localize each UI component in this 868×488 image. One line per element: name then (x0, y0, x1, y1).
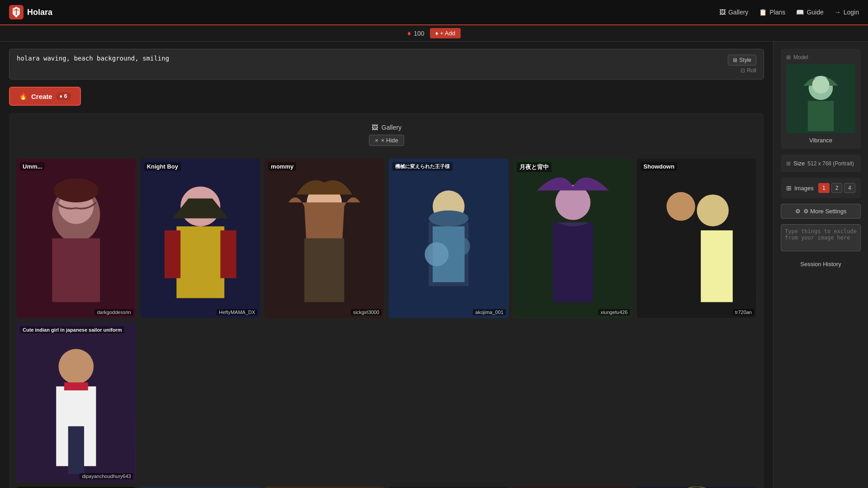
add-credits-icon: ♦ (435, 30, 439, 37)
hide-icon: × (375, 137, 378, 144)
gallery-item-user: xiungetu426 (598, 309, 630, 315)
svg-point-25 (697, 194, 729, 226)
svg-rect-10 (220, 230, 236, 278)
model-icon: ⊞ (786, 54, 791, 61)
size-value: 512 x 768 (Portrait) (807, 160, 854, 167)
images-option-4[interactable]: 4 (844, 183, 855, 193)
gallery-title: Gallery (382, 124, 401, 131)
login-nav-icon: → (835, 9, 841, 16)
svg-rect-8 (176, 226, 224, 298)
prompt-area: holara waving, beach background, smiling… (9, 49, 764, 80)
roll-icon: ⊡ (741, 67, 745, 74)
images-label: Images (794, 185, 816, 192)
more-settings-button[interactable]: ⚙ ⚙ More Settings (781, 204, 861, 219)
svg-point-24 (667, 192, 696, 221)
model-thumbnail[interactable] (786, 64, 855, 133)
gallery-item[interactable]: Umm... darkgoddessrin (16, 159, 136, 318)
gallery-item-title: 機械に変えられた王子様 (392, 162, 453, 171)
gallery-item-user: sickgirl3000 (351, 309, 382, 315)
svg-point-18 (425, 242, 448, 266)
right-sidebar: ⊞ Model Vibrance ⊞ Size 512 x 768 (Portr… (773, 42, 868, 488)
svg-rect-3 (52, 238, 100, 302)
style-button[interactable]: ⊞ Style (728, 55, 756, 66)
app-logo[interactable]: Holara (9, 5, 52, 19)
cost-diamond-icon: ♦ (60, 93, 62, 99)
size-label: Size (793, 160, 805, 167)
model-name: Vibrance (786, 137, 855, 144)
svg-rect-22 (553, 222, 593, 302)
create-icon: 🔥 (19, 92, 28, 100)
gallery-icon: 🖼 (372, 124, 378, 131)
prompt-input[interactable]: holara waving, beach background, smiling (17, 55, 722, 66)
images-section: ⊞ Images 1 2 4 (781, 178, 861, 198)
negative-prompt-section (781, 224, 861, 253)
gallery-item[interactable]: Knight Boy HeftyMAMA_DX (141, 159, 260, 318)
center-area: holara waving, beach background, smiling… (0, 42, 773, 488)
gallery-item[interactable]: Cute indian girl in japanese sailor unif… (16, 323, 136, 482)
gallery-item-user: HeftyMAMA_DX (217, 309, 257, 315)
gallery-item-user: darkgoddessrin (94, 309, 133, 315)
size-section: ⊞ Size 512 x 768 (Portrait) (781, 155, 861, 172)
add-credits-button[interactable]: ♦ + Add (430, 28, 461, 38)
gallery-item-title: mommy (268, 162, 296, 171)
svg-rect-13 (305, 238, 344, 302)
gallery-item[interactable]: 機械に変えられた王子様 akojima_001 (389, 159, 509, 318)
credits-display: ♦ 100 (407, 29, 425, 38)
gallery-item-title: Knight Boy (144, 162, 181, 171)
gallery-item-title: Cute indian girl in japanese sailor unif… (20, 326, 124, 333)
gallery-item-user: akojima_001 (473, 309, 505, 315)
roll-button[interactable]: ⊡ Roll (741, 67, 756, 74)
style-icon: ⊞ (733, 57, 737, 63)
svg-point-17 (429, 211, 468, 226)
main-layout: holara waving, beach background, smiling… (0, 42, 868, 488)
svg-rect-26 (665, 226, 693, 298)
svg-rect-23 (637, 159, 757, 318)
svg-point-5 (54, 178, 99, 202)
topbar-nav: 🖼 Gallery 📋 Plans 📖 Guide → Login (719, 9, 859, 16)
credits-amount: 100 (414, 30, 424, 37)
diamond-icon: ♦ (407, 29, 411, 38)
images-options: 1 2 4 (818, 183, 855, 193)
svg-rect-27 (701, 230, 733, 302)
images-icon: ⊞ (786, 184, 792, 192)
svg-rect-32 (68, 426, 84, 474)
credits-bar: ♦ 100 ♦ + Add (0, 25, 868, 42)
gallery-item-user: dipayanchoudhury643 (80, 473, 133, 479)
hide-gallery-button[interactable]: × × Hide (369, 135, 404, 146)
gallery-item-user: tr720an (733, 309, 754, 315)
prompt-actions: ⊞ Style ⊡ Roll (728, 55, 756, 74)
svg-point-60 (812, 76, 829, 94)
gallery-section: 🖼 Gallery × × Hide (9, 113, 764, 488)
gallery-header-row: 🖼 Gallery (16, 120, 757, 135)
plans-nav-icon: 📋 (759, 9, 767, 16)
svg-point-29 (59, 349, 94, 384)
svg-point-19 (451, 237, 470, 256)
svg-rect-31 (64, 382, 88, 390)
create-button[interactable]: 🔥 Create ♦ 6 (9, 87, 81, 106)
size-row: ⊞ Size 512 x 768 (Portrait) (786, 160, 855, 167)
images-row: ⊞ Images 1 2 4 (786, 183, 855, 193)
negative-prompt-input[interactable] (781, 224, 861, 251)
images-option-1[interactable]: 1 (818, 183, 830, 193)
app-name: Holara (27, 8, 52, 17)
guide-nav-icon: 📖 (796, 9, 804, 16)
gallery-nav-icon: 🖼 (719, 9, 726, 16)
nav-login[interactable]: → Login (835, 9, 859, 16)
nav-plans[interactable]: 📋 Plans (759, 9, 785, 16)
size-icon: ⊞ (786, 160, 791, 167)
gallery-item[interactable]: mommy sickgirl3000 (264, 159, 384, 318)
gallery-item[interactable]: Showdown tr720an (637, 159, 757, 318)
session-history-button[interactable]: Session History (781, 258, 861, 270)
model-section: ⊞ Model Vibrance (781, 49, 861, 149)
images-option-2[interactable]: 2 (831, 183, 843, 193)
model-label: ⊞ Model (786, 54, 855, 61)
svg-rect-59 (808, 101, 834, 131)
gallery-item-title: Showdown (641, 162, 677, 171)
topbar: Holara 🖼 Gallery 📋 Plans 📖 Guide → Login (0, 0, 868, 25)
nav-gallery[interactable]: 🖼 Gallery (719, 9, 748, 16)
gallery-item-title: 月夜と背中 (517, 162, 552, 172)
nav-guide[interactable]: 📖 Guide (796, 9, 823, 16)
logo-icon (9, 5, 24, 19)
svg-rect-9 (165, 230, 180, 278)
gallery-item[interactable]: 月夜と背中 xiungetu426 (513, 159, 633, 318)
